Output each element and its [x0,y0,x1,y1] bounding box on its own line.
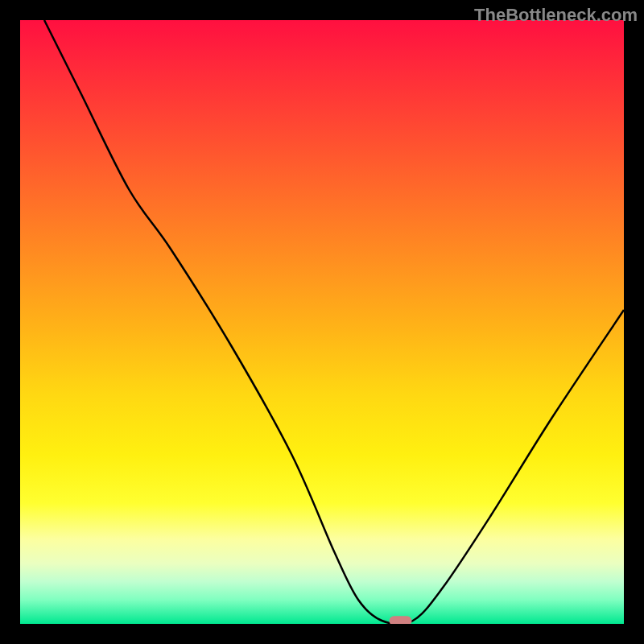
chart-container: TheBottleneck.com [0,0,644,644]
bottleneck-curve [20,20,624,624]
svg-rect-0 [390,616,412,624]
plot-area [20,20,624,624]
watermark-text: TheBottleneck.com [474,5,638,26]
